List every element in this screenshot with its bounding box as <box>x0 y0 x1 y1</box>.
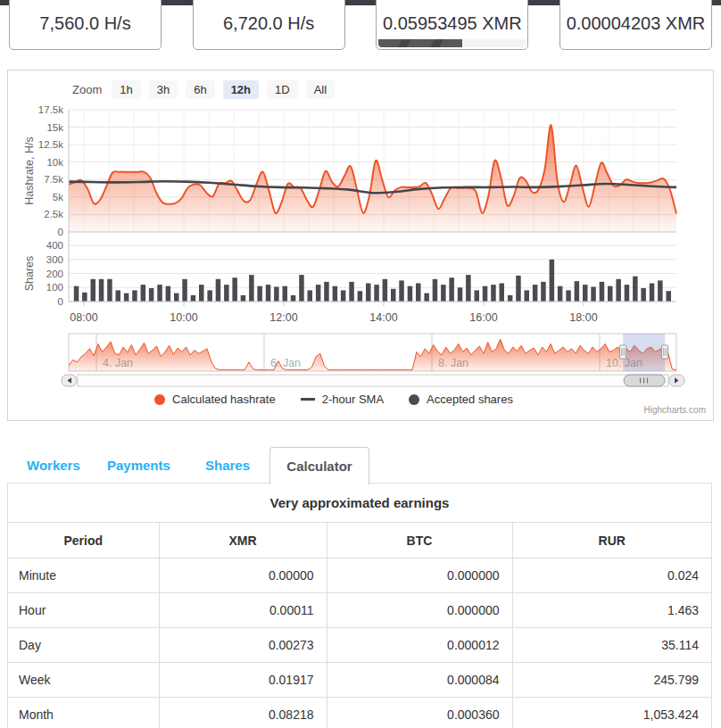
zoom-label: Zoom <box>72 83 102 96</box>
svg-text:100: 100 <box>46 282 63 293</box>
scrollbar-right-button[interactable] <box>669 375 684 386</box>
svg-text:08:00: 08:00 <box>70 311 97 324</box>
stat-value: 0.05953495 XMR <box>383 13 522 34</box>
value-cell: 0.01917 <box>159 663 327 698</box>
legend-item[interactable]: Calculated hashrate <box>154 393 276 406</box>
zoom-button-1h[interactable]: 1h <box>112 80 140 99</box>
zoom-controls: Zoom 1h3h6h12h1DAll <box>72 80 335 99</box>
svg-text:400: 400 <box>46 240 63 251</box>
col-period: Period <box>8 523 159 558</box>
navigator-handle-right[interactable] <box>662 345 668 359</box>
table-row: Week0.019170.000084245.799 <box>8 663 711 698</box>
col-xmr: XMR <box>159 523 327 558</box>
stat-value: 6,720.0 H/s <box>223 13 314 34</box>
stats-row: 7,560.0 H/s 6,720.0 H/s 0.05953495 XMR 0… <box>9 0 712 50</box>
value-cell: 0.00011 <box>159 593 327 628</box>
period-cell: Month <box>8 698 159 728</box>
stat-card-confirmed-balance: 0.00004203 XMR <box>559 0 712 50</box>
zoom-button-3h[interactable]: 3h <box>149 80 178 99</box>
value-cell: 0.08218 <box>159 698 327 728</box>
value-cell: 35.114 <box>512 628 711 663</box>
tab-bar: Workers Payments Shares Calculator <box>7 447 714 483</box>
navigator-selection[interactable] <box>623 334 665 371</box>
legend-item[interactable]: 2-hour SMA <box>301 393 384 406</box>
period-cell: Hour <box>8 593 159 628</box>
legend-item[interactable]: Accepted shares <box>409 393 513 406</box>
table-row: Minute0.000000.0000000.024 <box>8 558 711 593</box>
tab-payments[interactable]: Payments <box>107 458 170 473</box>
svg-text:0: 0 <box>58 296 63 307</box>
legend-line-marker <box>301 398 315 401</box>
value-cell: 1,053.424 <box>512 698 711 728</box>
period-cell: Minute <box>8 558 159 593</box>
balance-progress-bar <box>378 39 526 47</box>
svg-text:16:00: 16:00 <box>469 311 497 324</box>
legend-dot-marker <box>409 394 419 405</box>
chart-svg: 02.5k5k7.5k10k12.5k15k17.5k0100200300400… <box>8 70 713 420</box>
svg-text:10:00: 10:00 <box>170 311 197 324</box>
legend-label: Calculated hashrate <box>172 393 276 406</box>
svg-text:300: 300 <box>46 254 63 265</box>
scrollbar-left-button[interactable] <box>62 375 77 386</box>
stat-value: 0.00004203 XMR <box>567 13 706 34</box>
zoom-button-1d[interactable]: 1D <box>267 80 298 99</box>
hashrate-chart-panel: Zoom 1h3h6h12h1DAll 02.5k5k7.5k10k12.5k1… <box>7 70 714 421</box>
stat-card-average-hashrate: 6,720.0 H/s <box>193 0 345 50</box>
value-cell: 245.799 <box>512 663 711 698</box>
table-row: Day0.002730.00001235.114 <box>8 628 711 663</box>
table-row: Month0.082180.0003601,053.424 <box>8 698 711 728</box>
earnings-table: Period XMR BTC RUR Minute0.000000.000000… <box>8 523 711 728</box>
value-cell: 1.463 <box>512 593 711 628</box>
chart-legend: Calculated hashrate2-hour SMAAccepted sh… <box>8 393 659 406</box>
value-cell: 0.024 <box>512 558 711 593</box>
svg-text:12:00: 12:00 <box>269 311 297 324</box>
earnings-table-panel: Very approximated earnings Period XMR BT… <box>7 483 712 728</box>
legend-dot-marker <box>154 394 165 405</box>
period-cell: Day <box>8 628 159 663</box>
balance-progress-fill <box>378 39 462 47</box>
stat-card-unconfirmed-balance: 0.05953495 XMR <box>376 0 528 50</box>
svg-text:15k: 15k <box>46 122 63 133</box>
tab-shares[interactable]: Shares <box>205 458 250 473</box>
legend-label: Accepted shares <box>427 393 513 406</box>
earnings-body: Minute0.000000.0000000.024Hour0.000110.0… <box>8 558 711 728</box>
table-row: Hour0.000110.0000001.463 <box>8 593 711 628</box>
svg-text:10k: 10k <box>46 157 63 168</box>
svg-text:200: 200 <box>46 269 63 279</box>
col-btc: BTC <box>327 523 512 558</box>
value-cell: 0.000000 <box>327 558 512 593</box>
tab-calculator[interactable]: Calculator <box>269 447 369 484</box>
svg-text:14:00: 14:00 <box>369 311 397 324</box>
zoom-button-12h[interactable]: 12h <box>223 80 259 99</box>
value-cell: 0.000084 <box>327 663 512 698</box>
navigator-handle-left[interactable] <box>620 345 626 359</box>
legend-label: 2-hour SMA <box>322 393 384 406</box>
value-cell: 0.000360 <box>327 698 512 728</box>
yaxis-title-shares: Shares <box>23 256 36 292</box>
svg-text:7.5k: 7.5k <box>44 174 63 185</box>
col-rur: RUR <box>512 523 711 558</box>
value-cell: 0.000000 <box>327 593 512 628</box>
svg-text:17.5k: 17.5k <box>38 104 63 115</box>
highcharts-credit[interactable]: Highcharts.com <box>644 405 706 415</box>
scrollbar-thumb[interactable] <box>624 375 665 386</box>
value-cell: 0.000012 <box>327 628 512 663</box>
period-cell: Week <box>8 663 159 698</box>
scrollbar-track[interactable] <box>78 375 668 386</box>
stat-card-current-hashrate: 7,560.0 H/s <box>9 0 162 50</box>
tab-workers[interactable]: Workers <box>27 458 80 473</box>
svg-text:18:00: 18:00 <box>569 311 597 324</box>
svg-text:12.5k: 12.5k <box>38 139 63 150</box>
value-cell: 0.00000 <box>159 558 327 593</box>
stat-value: 7,560.0 H/s <box>39 13 130 34</box>
yaxis-title-hashrate: Hashrate, H/s <box>23 136 36 204</box>
svg-text:5k: 5k <box>53 192 63 203</box>
earnings-header-row: Period XMR BTC RUR <box>8 523 711 558</box>
earnings-table-title: Very approximated earnings <box>8 484 711 523</box>
svg-text:0: 0 <box>58 227 63 237</box>
value-cell: 0.00273 <box>159 628 327 663</box>
zoom-button-all[interactable]: All <box>306 80 335 99</box>
zoom-button-6h[interactable]: 6h <box>186 80 214 99</box>
svg-text:2.5k: 2.5k <box>44 209 63 219</box>
